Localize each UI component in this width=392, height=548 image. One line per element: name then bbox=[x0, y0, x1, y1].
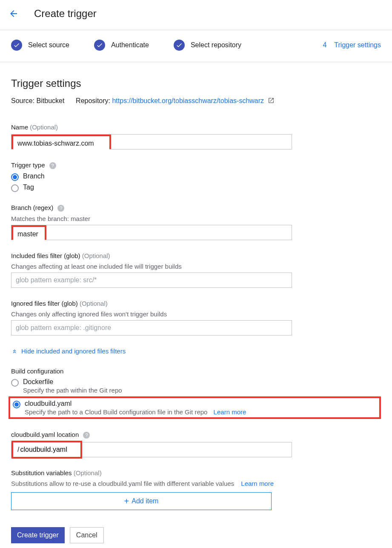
page-title: Create trigger bbox=[34, 8, 97, 20]
chevron-double-up-icon bbox=[11, 348, 18, 355]
external-link-icon bbox=[268, 97, 275, 104]
name-label: Name bbox=[11, 123, 28, 131]
branch-regex-field: Branch (regex) ? Matches the branch: mas… bbox=[11, 204, 381, 240]
repo-label: Repository: bbox=[76, 97, 110, 104]
radio-desc: Specify the path within the Git repo bbox=[23, 387, 122, 394]
add-item-button[interactable]: + Add item bbox=[11, 492, 272, 510]
yaml-prefix: / bbox=[13, 446, 19, 453]
build-config-cloudbuild-radio[interactable]: cloudbuild.yaml Specify the path to a Cl… bbox=[13, 400, 377, 416]
cancel-button[interactable]: Cancel bbox=[70, 527, 104, 543]
step-label: Trigger settings bbox=[334, 41, 381, 49]
yaml-location-label: cloudbuild.yaml location bbox=[11, 431, 79, 438]
branch-hint: Matches the branch: master bbox=[11, 215, 381, 222]
radio-selected-icon bbox=[11, 173, 19, 181]
radio-label: Branch bbox=[23, 172, 45, 180]
step-select-source[interactable]: Select source bbox=[11, 40, 69, 51]
step-authenticate[interactable]: Authenticate bbox=[94, 40, 149, 51]
build-config-field: Build configuration Dockerfile Specify t… bbox=[11, 367, 381, 419]
section-heading: Trigger settings bbox=[11, 77, 381, 89]
toggle-filters-link[interactable]: Hide included and ignored files filters bbox=[11, 347, 381, 355]
radio-icon bbox=[11, 379, 19, 387]
step-trigger-settings[interactable]: 4 Trigger settings bbox=[323, 41, 381, 49]
check-icon bbox=[11, 40, 22, 51]
step-label: Select repository bbox=[191, 41, 241, 49]
build-config-label: Build configuration bbox=[11, 367, 381, 375]
optional-label: (Optional) bbox=[74, 469, 102, 476]
source-value: Bitbucket bbox=[37, 97, 65, 104]
source-label: Source: bbox=[11, 97, 34, 104]
included-hint: Changes affecting at least one included … bbox=[11, 263, 381, 270]
substitution-desc: Substitutions allow to re-use a cloudbui… bbox=[11, 480, 234, 487]
step-number: 4 bbox=[323, 41, 326, 49]
radio-label: Tag bbox=[23, 184, 34, 191]
substitution-label: Substitution variables bbox=[11, 469, 72, 476]
radio-selected-icon bbox=[13, 401, 20, 408]
optional-label: (Optional) bbox=[80, 300, 108, 307]
optional-label: (Optional) bbox=[30, 123, 58, 131]
name-input[interactable] bbox=[13, 136, 109, 151]
included-files-field: Included files filter (glob) (Optional) … bbox=[11, 252, 381, 288]
help-icon[interactable]: ? bbox=[49, 162, 56, 169]
trigger-type-branch-radio[interactable]: Branch bbox=[11, 172, 381, 181]
included-files-label: Included files filter (glob) bbox=[11, 252, 80, 259]
name-field: Name (Optional) bbox=[11, 123, 381, 149]
source-info: Source: Bitbucket Repository: https://bi… bbox=[11, 97, 381, 105]
plus-icon: + bbox=[124, 496, 129, 506]
stepper: Select source Authenticate Select reposi… bbox=[0, 30, 392, 62]
step-label: Authenticate bbox=[111, 41, 149, 49]
learn-more-link[interactable]: Learn more bbox=[214, 408, 246, 416]
learn-more-link[interactable]: Learn more bbox=[241, 480, 274, 487]
trigger-type-label: Trigger type bbox=[11, 161, 45, 169]
radio-desc: Specify the path to a Cloud Build config… bbox=[25, 408, 207, 416]
yaml-location-field: cloudbuild.yaml location ? / bbox=[11, 431, 381, 457]
check-icon bbox=[94, 40, 105, 51]
ignored-files-input[interactable] bbox=[11, 320, 292, 336]
build-config-dockerfile-radio[interactable]: Dockerfile Specify the path within the G… bbox=[11, 378, 381, 394]
ignored-hint: Changes only affecting ignored files won… bbox=[11, 310, 381, 318]
radio-label: cloudbuild.yaml bbox=[25, 400, 246, 407]
radio-label: Dockerfile bbox=[23, 378, 122, 386]
substitution-field: Substitution variables (Optional) Substi… bbox=[11, 469, 381, 510]
create-trigger-button[interactable]: Create trigger bbox=[11, 527, 65, 543]
back-arrow-icon[interactable] bbox=[9, 9, 19, 19]
repository-link[interactable]: https://bitbucket.org/tobiasschwarz/tobi… bbox=[112, 97, 264, 104]
optional-label: (Optional) bbox=[82, 252, 110, 259]
trigger-type-tag-radio[interactable]: Tag bbox=[11, 184, 381, 192]
branch-regex-input[interactable] bbox=[13, 227, 45, 241]
add-item-label: Add item bbox=[132, 497, 158, 505]
help-icon[interactable]: ? bbox=[57, 205, 64, 212]
radio-icon bbox=[11, 184, 19, 192]
check-icon bbox=[174, 40, 185, 51]
branch-regex-label: Branch (regex) bbox=[11, 204, 53, 211]
toggle-filters-label: Hide included and ignored files filters bbox=[21, 347, 126, 355]
ignored-files-label: Ignored files filter (glob) bbox=[11, 300, 78, 307]
yaml-location-input[interactable] bbox=[19, 442, 80, 457]
trigger-type-field: Trigger type ? Branch Tag bbox=[11, 161, 381, 192]
step-label: Select source bbox=[28, 41, 69, 49]
included-files-input[interactable] bbox=[11, 273, 292, 288]
step-select-repository[interactable]: Select repository bbox=[174, 40, 241, 51]
help-icon[interactable]: ? bbox=[83, 432, 90, 439]
ignored-files-field: Ignored files filter (glob) (Optional) C… bbox=[11, 300, 381, 336]
